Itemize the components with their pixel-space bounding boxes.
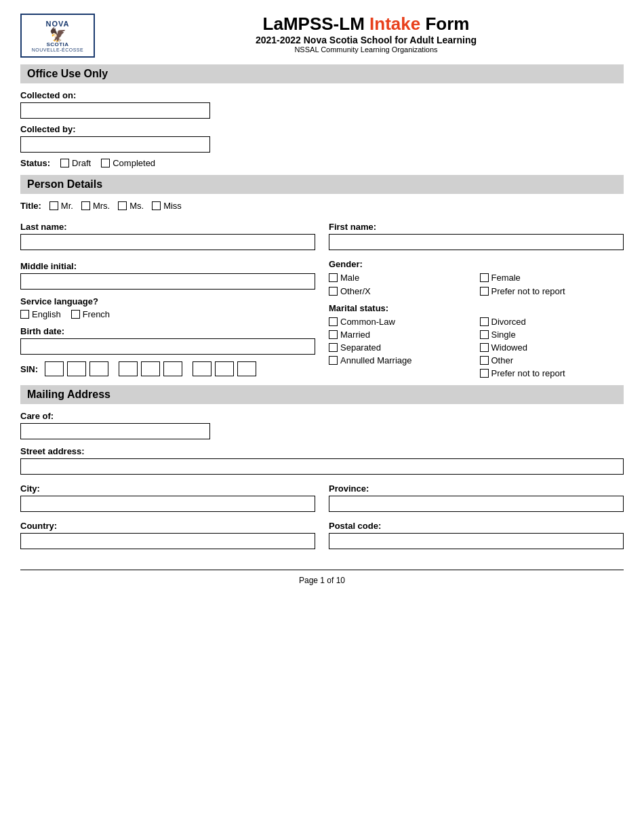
marital-single-checkbox[interactable]: [480, 330, 489, 339]
middle-initial-col: Middle initial: Service language? Englis…: [20, 256, 315, 378]
country-input[interactable]: [20, 533, 315, 549]
logo-nova: NOVA: [46, 20, 70, 28]
title-field-label: Title:: [20, 201, 41, 211]
marital-prefer-not-checkbox[interactable]: [480, 369, 489, 378]
last-name-label: Last name:: [20, 222, 315, 232]
collected-on-label: Collected on:: [20, 90, 624, 100]
sin-box-4[interactable]: [119, 361, 138, 376]
street-address-input[interactable]: [20, 458, 624, 475]
marital-married-checkbox[interactable]: [329, 330, 338, 339]
marital-widowed-checkbox[interactable]: [480, 343, 489, 352]
sin-box-2[interactable]: [67, 361, 86, 376]
collected-on-input[interactable]: [20, 102, 210, 119]
marital-annulled-item: Annulled Marriage: [329, 355, 473, 365]
status-draft-label: Draft: [72, 158, 91, 168]
marital-married-item: Married: [329, 330, 473, 340]
title-mr-label: Mr.: [61, 201, 73, 211]
sin-box-3[interactable]: [89, 361, 108, 376]
mailing-address-section: Mailing Address Care of: Street address:…: [20, 385, 624, 549]
title-miss-label: Miss: [163, 201, 182, 211]
marital-prefer-not-label: Prefer not to report: [491, 368, 565, 378]
lang-english-label: English: [32, 309, 61, 319]
marital-commonlaw-item: Common-Law: [329, 317, 473, 327]
collected-by-label: Collected by:: [20, 124, 624, 134]
status-completed-checkbox[interactable]: [101, 159, 110, 167]
marital-married-label: Married: [340, 330, 370, 340]
postal-code-input[interactable]: [329, 533, 624, 549]
postal-code-label: Postal code:: [329, 521, 624, 531]
last-name-input[interactable]: [20, 234, 315, 250]
title-mrs-label: Mrs.: [93, 201, 110, 211]
country-label: Country:: [20, 521, 315, 531]
title-mrs-checkbox[interactable]: [81, 201, 90, 210]
marital-other-checkbox[interactable]: [480, 356, 489, 365]
marital-divorced-checkbox[interactable]: [480, 317, 489, 326]
middle-initial-label: Middle initial:: [20, 261, 315, 271]
care-of-label: Care of:: [20, 411, 624, 421]
lang-french-checkbox[interactable]: [71, 310, 80, 319]
title-miss-item: Miss: [152, 201, 182, 211]
gender-prefer-not-checkbox[interactable]: [480, 287, 489, 296]
subtitle: 2021-2022 Nova Scotia School for Adult L…: [108, 35, 624, 45]
status-completed-item: Completed: [101, 158, 155, 168]
service-language-label: Service language?: [20, 296, 315, 306]
gender-female-label: Female: [491, 273, 521, 283]
gender-prefer-not-item: Prefer not to report: [480, 286, 624, 296]
collected-by-input[interactable]: [20, 136, 210, 153]
gender-male-label: Male: [340, 273, 359, 283]
gender-grid: Male Female Other/X Prefer not to report: [329, 273, 624, 296]
lang-english-checkbox[interactable]: [20, 310, 29, 319]
sin-box-7[interactable]: [193, 361, 212, 376]
marital-prefer-not-item: Prefer not to report: [480, 368, 624, 378]
marital-other-label: Other: [491, 355, 514, 365]
lang-french-label: French: [83, 309, 110, 319]
gender-female-checkbox[interactable]: [480, 273, 489, 282]
status-label: Status:: [20, 158, 50, 168]
sub-subtitle: NSSAL Community Learning Organizations: [108, 45, 624, 54]
sin-box-1[interactable]: [45, 361, 64, 376]
province-label: Province:: [329, 483, 624, 494]
gender-male-checkbox[interactable]: [329, 273, 338, 282]
marital-separated-item: Separated: [329, 342, 473, 353]
title-ms-item: Ms.: [118, 201, 144, 211]
gender-otherx-checkbox[interactable]: [329, 287, 338, 296]
sin-box-5[interactable]: [141, 361, 160, 376]
marital-annulled-checkbox[interactable]: [329, 356, 338, 365]
gender-male-item: Male: [329, 273, 473, 283]
marital-separated-checkbox[interactable]: [329, 343, 338, 352]
logo-nouvelle: NOUVELLE-ÉCOSSE: [32, 47, 83, 52]
person-details-section: Person Details Title: Mr. Mrs. Ms. Miss …: [20, 175, 624, 378]
service-language-row: English French: [20, 309, 315, 319]
marital-title: Marital status:: [329, 303, 624, 313]
title-mr-item: Mr.: [49, 201, 73, 211]
first-name-input[interactable]: [329, 234, 624, 250]
marital-section: Marital status: Common-Law Divorced Marr…: [329, 303, 624, 378]
marital-other-item: Other: [480, 355, 624, 365]
gender-female-item: Female: [480, 273, 624, 283]
sin-box-6[interactable]: [163, 361, 182, 376]
marital-divorced-label: Divorced: [491, 317, 526, 327]
marital-separated-label: Separated: [340, 342, 381, 353]
gender-marital-col: Gender: Male Female Other/X: [329, 256, 624, 378]
last-name-col: Last name:: [20, 216, 315, 250]
title-ms-checkbox[interactable]: [118, 201, 127, 210]
birth-date-input[interactable]: [20, 338, 315, 355]
office-use-header: Office Use Only: [20, 64, 624, 83]
person-details-header: Person Details: [20, 175, 624, 194]
sin-box-9[interactable]: [237, 361, 256, 376]
title-form: Form: [425, 14, 469, 34]
office-use-section: Office Use Only Collected on: Collected …: [20, 64, 624, 168]
care-of-input[interactable]: [20, 423, 210, 439]
title-mr-checkbox[interactable]: [49, 201, 58, 210]
status-draft-checkbox[interactable]: [60, 159, 69, 167]
middle-initial-input[interactable]: [20, 273, 315, 290]
city-input[interactable]: [20, 496, 315, 512]
title-miss-checkbox[interactable]: [152, 201, 161, 210]
province-input[interactable]: [329, 496, 624, 512]
birth-date-label: Birth date:: [20, 326, 315, 336]
marital-commonlaw-checkbox[interactable]: [329, 317, 338, 326]
gender-title: Gender:: [329, 259, 624, 269]
gender-otherx-item: Other/X: [329, 286, 473, 296]
sin-box-8[interactable]: [215, 361, 234, 376]
nova-scotia-logo: NOVA 🦅 SCOTIA NOUVELLE-ÉCOSSE: [20, 14, 95, 58]
